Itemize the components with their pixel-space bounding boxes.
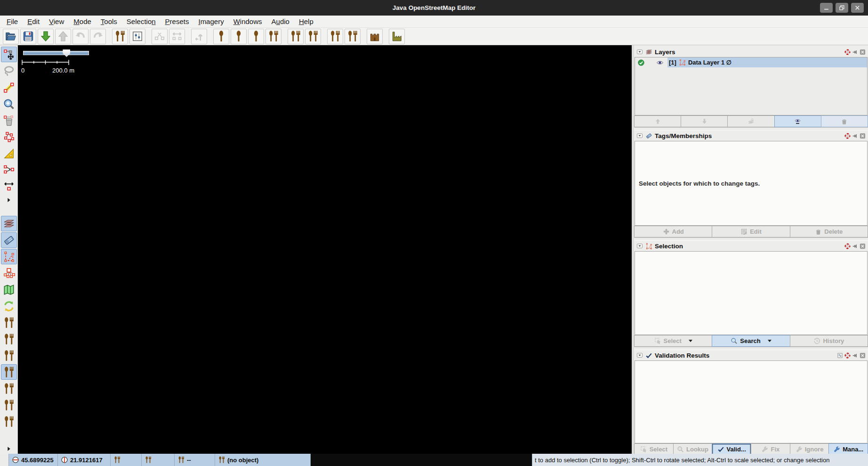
pin-icon[interactable] bbox=[852, 243, 858, 249]
spoon-button[interactable] bbox=[248, 29, 264, 44]
align-nodes-button[interactable] bbox=[1, 179, 17, 194]
selection-panel-button[interactable] bbox=[1, 249, 17, 264]
zoom-slider-thumb[interactable] bbox=[63, 49, 70, 57]
menu-selection[interactable]: Selection bbox=[122, 17, 161, 25]
menu-file[interactable]: File bbox=[2, 17, 23, 25]
minimize-button[interactable] bbox=[820, 3, 833, 13]
restaurant-button[interactable] bbox=[305, 29, 321, 44]
toggle-dialogs-button[interactable] bbox=[129, 29, 145, 44]
window-controls bbox=[820, 3, 864, 13]
restaurant-icon bbox=[329, 30, 341, 42]
close-button[interactable] bbox=[851, 3, 864, 13]
pin-icon[interactable] bbox=[852, 49, 858, 55]
statusbar-corner bbox=[0, 454, 9, 466]
layer-row[interactable]: [1] Data Layer 1 ∅ bbox=[635, 57, 867, 67]
collapse-icon[interactable] bbox=[636, 243, 643, 249]
restaurant-icon bbox=[218, 456, 225, 464]
button-label: Edit bbox=[750, 228, 762, 235]
more-tools-button[interactable] bbox=[1, 195, 17, 204]
menu-view[interactable]: View bbox=[44, 17, 69, 25]
follow-line-icon bbox=[3, 131, 15, 143]
lasso-button[interactable] bbox=[1, 63, 17, 79]
panel-header-controls bbox=[844, 133, 866, 139]
pin-icon[interactable] bbox=[852, 352, 858, 359]
restaurant-button[interactable] bbox=[1, 364, 17, 380]
save-button[interactable] bbox=[20, 29, 36, 44]
tag-blue-button[interactable] bbox=[1, 232, 17, 248]
help-icon[interactable] bbox=[844, 352, 851, 359]
menu-mode[interactable]: Mode bbox=[69, 17, 96, 25]
close-icon[interactable] bbox=[860, 352, 866, 359]
restaurant-icon bbox=[346, 30, 359, 42]
follow-line-button[interactable] bbox=[1, 129, 17, 145]
close-icon[interactable] bbox=[860, 243, 866, 249]
zoom-slider[interactable] bbox=[23, 49, 89, 57]
layers-stack-icon bbox=[645, 49, 652, 56]
menu-tools[interactable]: Tools bbox=[96, 17, 122, 25]
tags-content: Select objects for which to change tags. bbox=[635, 141, 868, 226]
panel-title: Selection bbox=[655, 243, 683, 250]
draw-node-button[interactable] bbox=[1, 80, 17, 95]
restaurant-button[interactable] bbox=[1, 331, 17, 347]
restore-button[interactable] bbox=[836, 3, 848, 13]
distribute-button bbox=[169, 29, 185, 44]
restaurant-button[interactable] bbox=[112, 29, 128, 44]
map-style-button[interactable] bbox=[1, 282, 17, 297]
restaurant-button[interactable] bbox=[1, 348, 17, 363]
changeset-icon bbox=[3, 300, 15, 312]
collapse-icon[interactable] bbox=[636, 49, 643, 55]
eye-bar-button[interactable] bbox=[774, 115, 821, 127]
menu-help[interactable]: Help bbox=[294, 17, 318, 25]
history-icon bbox=[813, 337, 820, 344]
zoom-in-button[interactable] bbox=[1, 96, 17, 112]
selected-layer[interactable]: [1] Data Layer 1 ∅ bbox=[667, 57, 867, 67]
close-icon[interactable] bbox=[860, 49, 866, 55]
validation-panel: Validation Results SelectLookupValid...F… bbox=[634, 350, 868, 455]
pin-icon[interactable] bbox=[852, 133, 858, 139]
help-icon[interactable] bbox=[844, 133, 851, 139]
spoon-button[interactable] bbox=[231, 29, 247, 44]
layers-stack-button[interactable] bbox=[1, 216, 17, 231]
factory-button[interactable] bbox=[389, 29, 405, 44]
restaurant-button[interactable] bbox=[345, 29, 361, 44]
restaurant-button[interactable] bbox=[327, 29, 343, 44]
restaurant-button[interactable] bbox=[1, 397, 17, 413]
restaurant-button[interactable] bbox=[1, 414, 17, 429]
menu-imagery[interactable]: Imagery bbox=[193, 17, 228, 25]
angle-snap-button[interactable] bbox=[1, 146, 17, 161]
restaurant-button[interactable] bbox=[1, 381, 17, 396]
search-button[interactable]: Search bbox=[712, 335, 790, 347]
delete-node-button[interactable] bbox=[1, 113, 17, 128]
castle-button[interactable] bbox=[367, 29, 383, 44]
restaurant-button[interactable] bbox=[288, 29, 304, 44]
menu-edit[interactable]: Edit bbox=[23, 17, 44, 25]
changeset-button[interactable] bbox=[1, 298, 17, 314]
add-icon bbox=[663, 228, 670, 235]
open-folder-icon bbox=[5, 30, 17, 42]
restaurant-button[interactable] bbox=[265, 29, 281, 44]
help-icon[interactable] bbox=[844, 243, 851, 249]
restaurant-icon bbox=[3, 416, 15, 428]
download-button[interactable] bbox=[38, 29, 54, 44]
toolbar-separator bbox=[208, 28, 212, 45]
zoom-slider-track bbox=[23, 51, 89, 55]
restaurant-button[interactable] bbox=[1, 315, 17, 330]
spoon-button[interactable] bbox=[213, 29, 229, 44]
open-folder-button[interactable] bbox=[3, 29, 19, 44]
scale-min-label: 0 bbox=[21, 67, 24, 74]
settings-icon[interactable] bbox=[837, 352, 843, 359]
move-tool-button[interactable] bbox=[1, 47, 17, 62]
map-canvas[interactable]: 0 200.0 m bbox=[18, 45, 632, 454]
collapse-icon[interactable] bbox=[636, 132, 643, 139]
help-icon[interactable] bbox=[844, 49, 851, 55]
trash-button[interactable] bbox=[821, 115, 868, 127]
eye-icon[interactable] bbox=[656, 59, 664, 66]
menu-audio[interactable]: Audio bbox=[267, 17, 294, 25]
merge-nodes-button[interactable] bbox=[1, 162, 17, 178]
relations-button[interactable] bbox=[1, 265, 17, 281]
close-icon[interactable] bbox=[860, 133, 866, 139]
collapse-icon[interactable] bbox=[636, 352, 643, 359]
menu-windows[interactable]: Windows bbox=[229, 17, 267, 25]
more-tools-button[interactable] bbox=[1, 444, 17, 453]
menu-presets[interactable]: Presets bbox=[161, 17, 194, 25]
